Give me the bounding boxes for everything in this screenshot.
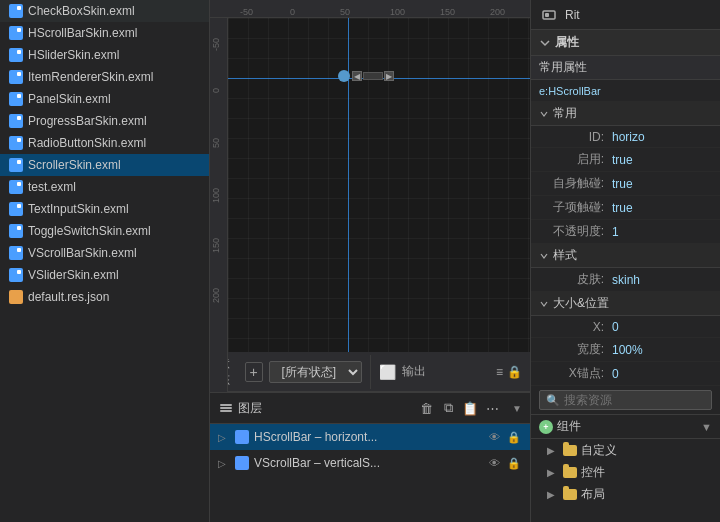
prop-childtouch-value: true [612,201,712,215]
asset-tree-layout[interactable]: ▶ 布局 [531,483,720,505]
file-label: PanelSkin.exml [28,92,111,106]
ruler-v-label-5: 200 [211,288,221,303]
file-icon-json [8,289,24,305]
file-item-test-exml[interactable]: test.exml [0,176,209,198]
layers-more-button[interactable]: ⋯ [482,398,502,418]
prop-selftouch-row: 自身触碰: true [531,172,720,196]
layer-icon [234,429,250,445]
layer-lock-toggle[interactable]: 🔒 [506,455,522,471]
file-item-TextInputSkin-exml[interactable]: TextInputSkin.exml [0,198,209,220]
prop-id-label: ID: [547,130,612,144]
layers-dropdown-arrow[interactable]: ▼ [512,403,522,414]
layer-lock-toggle[interactable]: 🔒 [506,429,522,445]
style-group-title: 样式 [553,247,577,264]
layer-icon [234,455,250,471]
file-icon-exml [8,245,24,261]
output-label: 输出 [402,363,426,380]
file-icon-exml [8,113,24,129]
file-label: HScrollBarSkin.exml [28,26,137,40]
prop-xanchor-row: X锚点: 0 [531,362,720,386]
ruler-label-0: -50 [240,7,253,17]
file-item-ProgressBarSkin-exml[interactable]: ProgressBarSkin.exml [0,110,209,132]
size-group-title: 大小&位置 [553,295,609,312]
output-right: ≡ 🔒 [496,365,522,379]
output-lock-icon[interactable]: 🔒 [507,365,522,379]
file-label: VScrollBarSkin.exml [28,246,137,260]
scroll-track-bar [363,72,383,80]
canvas-content[interactable]: ◀ ▶ [228,18,530,352]
file-item-default-res-json[interactable]: default.res.json [0,286,209,308]
prop-enabled-value: true [612,153,712,167]
ruler-v-label-3: 100 [211,188,221,203]
svg-rect-0 [220,404,232,406]
scroll-btn-left[interactable]: ◀ [352,71,362,81]
file-item-CheckBoxSkin-exml[interactable]: CheckBoxSkin.exml [0,0,209,22]
properties-icon [539,37,551,49]
middle-row: 状态 + [所有状态] ⬜ 输出 ≡ 🔒 [210,352,530,392]
file-label: ProgressBarSkin.exml [28,114,147,128]
prop-width-label: 宽度: [547,341,612,358]
tree-arrow-control: ▶ [547,467,559,478]
file-item-ToggleSwitchSkin-exml[interactable]: ToggleSwitchSkin.exml [0,220,209,242]
asset-tree-control[interactable]: ▶ 控件 [531,461,720,483]
file-item-ItemRendererSkin-exml[interactable]: ItemRendererSkin.exml [0,66,209,88]
file-icon-exml [8,47,24,63]
prop-childtouch-label: 子项触碰: [547,199,612,216]
layer-item[interactable]: ▷HScrollBar – horizont...👁🔒 [210,424,530,450]
prop-selftouch-label: 自身触碰: [547,175,612,192]
svg-rect-4 [545,13,549,17]
ruler-v-label-1: 0 [211,88,221,93]
file-icon-exml [8,201,24,217]
file-item-ScrollerSkin-exml[interactable]: ScrollerSkin.exml [0,154,209,176]
layer-expand-arrow: ▷ [218,458,230,469]
expand-icon-style [539,251,549,261]
prop-skin-label: 皮肤: [547,271,612,288]
asset-tree-custom[interactable]: ▶ 自定义 [531,439,720,461]
style-group-header[interactable]: 样式 [531,244,720,268]
prop-x-row: X: 0 [531,316,720,338]
file-item-HScrollBarSkin-exml[interactable]: HScrollBarSkin.exml [0,22,209,44]
layer-visibility-toggle[interactable]: 👁 [486,455,502,471]
layer-item[interactable]: ▷VScrollBar – verticalS...👁🔒 [210,450,530,476]
layers-list: ▷HScrollBar – horizont...👁🔒▷VScrollBar –… [210,424,530,522]
add-state-button[interactable]: + [245,362,263,382]
layer-expand-arrow: ▷ [218,432,230,443]
properties-section-header[interactable]: 属性 [531,30,720,56]
common-attr-header[interactable]: 常用属性 [531,56,720,80]
properties-panel: 属性 常用属性 e:HScrollBar 常用 ID: horizo [531,30,720,522]
file-item-RadioButtonSkin-exml[interactable]: RadioButtonSkin.exml [0,132,209,154]
tree-label-custom: 自定义 [581,442,617,459]
file-label: TextInputSkin.exml [28,202,129,216]
file-item-PanelSkin-exml[interactable]: PanelSkin.exml [0,88,209,110]
file-label: RadioButtonSkin.exml [28,136,146,150]
state-panel: 状态 + [所有状态] [210,355,371,389]
prop-xanchor-label: X锚点: [547,365,612,382]
prop-id-value: horizo [612,130,712,144]
size-group-header[interactable]: 大小&位置 [531,292,720,316]
asset-section-label: 组件 [557,418,581,435]
ruler-label-4: 150 [440,7,455,17]
scroll-btn-right[interactable]: ▶ [384,71,394,81]
layers-delete-button[interactable]: 🗑 [416,398,436,418]
file-item-HSliderSkin-exml[interactable]: HSliderSkin.exml [0,44,209,66]
layers-paste-button[interactable]: 📋 [460,398,480,418]
search-input[interactable] [564,393,705,407]
rit-label: Rit [565,8,580,22]
prop-id-row: ID: horizo [531,126,720,148]
asset-section-header[interactable]: + 组件 ▼ [531,415,720,439]
tree-label-control: 控件 [581,464,605,481]
scrollbar-widget[interactable]: ◀ ▶ [338,70,394,82]
svg-rect-2 [220,410,232,412]
file-item-VScrollBarSkin-exml[interactable]: VScrollBarSkin.exml [0,242,209,264]
output-align-icon[interactable]: ≡ [496,365,503,379]
file-icon-exml [8,3,24,19]
scroll-thumb [338,70,350,82]
file-item-VSliderSkin-exml[interactable]: VSliderSkin.exml [0,264,209,286]
state-selector[interactable]: [所有状态] [269,361,362,383]
layers-copy-button[interactable]: ⧉ [438,398,458,418]
file-icon-exml [8,267,24,283]
main-layout: CheckBoxSkin.exmlHScrollBarSkin.exmlHSli… [0,0,720,522]
common-group-header[interactable]: 常用 [531,102,720,126]
layer-visibility-toggle[interactable]: 👁 [486,429,502,445]
file-icon-exml [8,25,24,41]
